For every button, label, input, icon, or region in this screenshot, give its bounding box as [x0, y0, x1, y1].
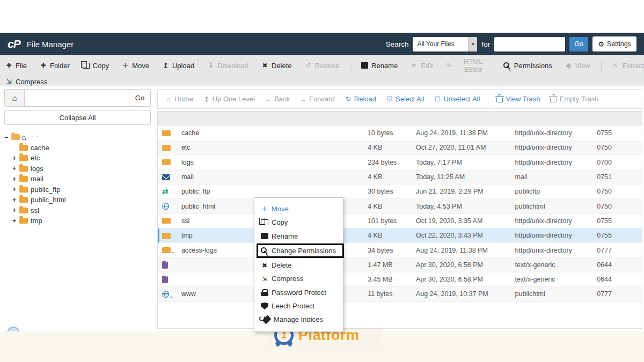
tree-item[interactable]: + public_ftp [12, 184, 151, 195]
table-row[interactable]: ⇄ public_ftp 30 bytes Jun 21, 2019, 2:29… [158, 184, 642, 199]
expand-toggle-icon[interactable]: + [12, 165, 19, 172]
context-menu-item-label: Manage Indices [274, 315, 323, 323]
file-name[interactable]: etc [181, 144, 368, 151]
context-menu-item[interactable]: Manage Indices [254, 313, 343, 326]
context-menu-item[interactable]: Rename [254, 230, 343, 243]
key-icon [503, 62, 511, 69]
expand-toggle-icon[interactable]: + [12, 154, 19, 162]
table-row[interactable]: cache 10 bytes Aug 24, 2019, 11:38 PM ht… [158, 126, 642, 141]
file-nav-button[interactable]: ☑ Select All [386, 95, 424, 103]
toolbar-button[interactable]: ✖ Delete [261, 62, 292, 70]
tree-item[interactable]: + mail [12, 174, 151, 184]
upload-icon: ↥ [162, 62, 169, 69]
pencil-icon: ✏ [411, 62, 418, 69]
context-menu-item[interactable]: Change Permissions [257, 243, 344, 258]
path-input[interactable] [25, 90, 129, 106]
toolbar-button[interactable]: ✏ Edit [411, 62, 433, 70]
file-name[interactable]: cache [181, 129, 368, 137]
tree-item-label: tmp [31, 217, 42, 225]
file-size: 30 bytes [368, 188, 416, 195]
path-go-button[interactable]: Go [129, 90, 150, 106]
directory-tree: − ⌂ ' " cache + etc + logs + mail + publ… [4, 132, 151, 226]
toolbar-button[interactable]: ◉ View [565, 62, 590, 70]
context-menu-item[interactable]: ⇲ Compress [254, 272, 343, 285]
file-permissions: 0751 [597, 173, 642, 181]
file-nav-button[interactable]: ↥ Up One Level [203, 95, 255, 103]
toolbar-button-label: File [16, 62, 27, 70]
toolbar-button[interactable]: ↥ Upload [162, 62, 194, 70]
table-row[interactable]: 1.47 MB Apr 30, 2020, 6:58 PM text/x-gen… [158, 258, 642, 272]
chevron-down-icon[interactable]: ▼ [468, 37, 477, 51]
table-row[interactable]: ∞ access-logs 34 bytes Aug 24, 2019, 11:… [158, 243, 642, 257]
move-icon: ✛ [261, 205, 268, 213]
file-nav-button[interactable]: ⌂ Home [165, 95, 193, 103]
settings-button[interactable]: ⚙ Settings [592, 36, 636, 51]
tree-item[interactable]: + logs [12, 164, 151, 174]
context-menu-item-label: Change Permissions [272, 247, 336, 255]
tree-item[interactable]: + public_html [12, 195, 151, 205]
table-row[interactable]: public_html 4 KB Today, 4:53 PM publicht… [158, 199, 642, 213]
directory-sidebar: ⌂ Go Collapse All − ⌂ ' " cache + etc + … [4, 89, 151, 226]
tree-item[interactable]: − ⌂ ' " [4, 132, 151, 143]
table-row[interactable]: etc 4 KB Oct 27, 2020, 11:01 AM httpd/un… [158, 141, 642, 155]
expand-toggle-icon[interactable]: + [12, 206, 19, 214]
table-row[interactable]: logs 234 bytes Today, 7:17 PM httpd/unix… [158, 156, 642, 170]
toolbar-button[interactable]: ⇲ Compress [5, 78, 47, 86]
delete-icon: ✖ [261, 62, 268, 69]
home-icon: ⌂ [21, 132, 26, 142]
toolbar-button[interactable]: ⇱ Extract [612, 62, 644, 70]
file-name[interactable]: public_ftp [181, 188, 368, 195]
file-size: 4 KB [368, 232, 416, 239]
file-nav-button[interactable]: ☐ Unselect All [434, 95, 480, 103]
tree-item[interactable]: + ssl [12, 205, 151, 216]
file-nav-button[interactable]: View Trash [496, 95, 540, 103]
context-menu-item[interactable]: Copy [254, 216, 343, 229]
folder-icon [162, 233, 171, 239]
file-type: httpd/unix-directory [515, 144, 597, 151]
table-row[interactable]: 3.45 MB Apr 30, 2020, 6:58 PM text/x-gen… [158, 272, 642, 287]
toolbar-button[interactable]: Permissions [503, 62, 552, 70]
table-row[interactable]: tmp 4 KB Oct 22, 2020, 3:43 PM httpd/uni… [158, 228, 642, 243]
toolbar-button[interactable]: ✛ Move [122, 62, 149, 70]
table-row[interactable]: ∞ www 11 bytes Aug 24, 2019, 10:37 PM pu… [158, 287, 642, 301]
search-scope-select[interactable]: All Your Files ▼ [413, 37, 477, 51]
expand-toggle-icon[interactable]: + [12, 196, 19, 204]
toolbar-button[interactable]: ↺ Restore [305, 62, 340, 70]
search-input[interactable] [494, 37, 565, 51]
home-path-button[interactable]: ⌂ [5, 90, 25, 106]
expand-toggle-icon[interactable]: + [12, 175, 19, 183]
file-size: 234 bytes [368, 159, 416, 166]
toolbar-button[interactable]: ↧ Download [207, 62, 248, 70]
file-type: mail [515, 173, 597, 181]
context-menu-item[interactable]: Password Protect [254, 285, 343, 299]
toolbar-button[interactable]: ✚ File [5, 62, 27, 70]
file-nav-button[interactable]: Empty Trash [550, 95, 598, 103]
toolbar-button[interactable]: Copy [83, 62, 109, 70]
file-nav-button[interactable]: → Forward [300, 95, 335, 103]
file-name[interactable]: mail [181, 173, 368, 181]
context-menu-item[interactable]: Leech Protect [254, 299, 343, 313]
table-row[interactable]: mail 4 KB Today, 11:25 AM mail 0751 [158, 170, 642, 184]
file-nav-button[interactable]: ↻ Reload [345, 95, 376, 103]
collapse-all-button[interactable]: Collapse All [4, 110, 151, 125]
search-go-button[interactable]: Go [569, 37, 588, 51]
file-name[interactable]: logs [181, 159, 368, 166]
tree-item[interactable]: + tmp [12, 216, 151, 226]
toolbar-button[interactable]: Rename [361, 62, 398, 70]
expand-toggle-icon[interactable]: + [12, 217, 19, 225]
context-menu-item[interactable]: ✛ Move [254, 202, 343, 216]
key-icon [261, 247, 268, 254]
tree-item[interactable]: + etc [12, 153, 151, 164]
file-nav-button[interactable]: ← Back [265, 95, 290, 103]
tree-item[interactable]: cache [12, 143, 151, 153]
table-row[interactable]: ssl 101 bytes Oct 19, 2020, 3:35 AM http… [158, 214, 642, 228]
context-menu-item[interactable]: ✖ Delete [254, 258, 343, 272]
toolbar-button[interactable]: ✚ Folder [40, 62, 70, 70]
toolbar-button[interactable]: ✎ HTML Editor [446, 57, 491, 73]
forward-icon: → [300, 95, 306, 103]
toolbar-divider [488, 93, 488, 106]
toolbar-button-label: Edit [421, 62, 433, 70]
expand-toggle-icon[interactable]: + [12, 186, 19, 193]
expand-toggle-icon[interactable]: − [4, 134, 11, 141]
wrench-icon [262, 315, 272, 324]
